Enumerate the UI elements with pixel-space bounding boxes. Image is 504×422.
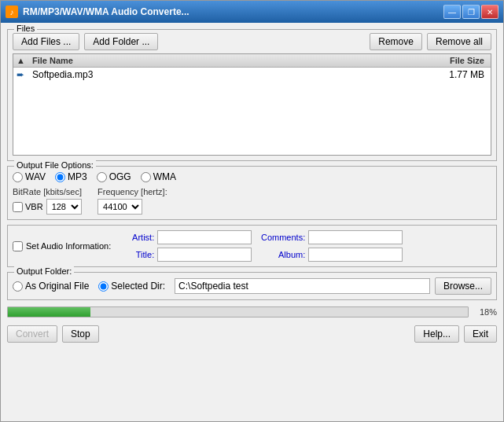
artist-label: Artist: [119, 233, 154, 242]
output-folder-section: Output Folder: As Original File Selected… [7, 272, 497, 300]
files-toolbar: Add Files ... Add Folder ... Remove Remo… [13, 33, 491, 50]
output-options-label: Output File Options: [14, 160, 96, 170]
window-title: RM/MP3/WAV/WMA Audio Converte... [23, 6, 189, 17]
audio-info-section: Set Audio Information: Artist: Title: Co… [7, 225, 497, 267]
format-mp3[interactable]: MP3 [55, 171, 87, 182]
ogg-radio[interactable] [97, 172, 107, 182]
close-button[interactable]: ✕ [481, 5, 498, 19]
comments-field-row: Comments: [258, 230, 403, 244]
app-icon: ♪ [6, 6, 18, 18]
convert-button[interactable]: Convert [7, 325, 57, 343]
wma-radio[interactable] [141, 172, 151, 182]
set-audio-info-label[interactable]: Set Audio Information: [13, 241, 111, 251]
bitrate-select[interactable]: 64 96 128 160 192 256 320 [46, 199, 82, 215]
stop-button[interactable]: Stop [62, 325, 99, 343]
album-label: Album: [258, 250, 305, 259]
file-list-header: ▲ File Name File Size [13, 54, 491, 68]
remove-all-button[interactable]: Remove all [427, 33, 491, 50]
comments-label: Comments: [258, 233, 305, 242]
exit-button[interactable]: Exit [464, 325, 497, 343]
format-radio-group: WAV MP3 OGG WMA [13, 171, 491, 182]
title-field-row: Title: [119, 248, 252, 262]
minimize-button[interactable]: — [443, 5, 461, 19]
set-audio-info-checkbox[interactable] [13, 241, 23, 251]
comments-input[interactable] [308, 230, 403, 244]
format-wav[interactable]: WAV [13, 171, 46, 182]
progress-percent: 18% [473, 307, 497, 317]
bitrate-group: BitRate [kbits/sec] VBR 64 96 128 160 19… [13, 187, 82, 215]
help-button[interactable]: Help... [414, 325, 459, 343]
output-options-section: Output File Options: WAV MP3 OGG WMA Bit… [7, 166, 497, 220]
frequency-label: Frequency [hertz]: [97, 187, 167, 196]
remove-button[interactable]: Remove [370, 33, 422, 50]
selected-dir-radio-label[interactable]: Selected Dir: [98, 281, 165, 292]
vbr-checkbox[interactable] [13, 202, 23, 212]
bitrate-label: BitRate [kbits/sec] [13, 187, 82, 196]
files-section: Files Add Files ... Add Folder ... Remov… [7, 29, 497, 161]
vbr-checkbox-label[interactable]: VBR [13, 202, 43, 212]
artist-input[interactable] [157, 230, 252, 244]
frequency-group: Frequency [hertz]: 22050 44100 48000 [97, 187, 167, 215]
as-original-radio[interactable] [13, 281, 23, 292]
main-content: Files Add Files ... Add Folder ... Remov… [1, 23, 503, 421]
album-field-row: Album: [258, 248, 403, 262]
progress-bar-background [7, 306, 469, 317]
artist-field-row: Artist: [119, 230, 252, 244]
as-original-radio-label[interactable]: As Original File [13, 281, 89, 292]
progress-bar-fill [8, 307, 90, 317]
col-filesize-header: File Size [425, 56, 487, 65]
row-filesize: 1.77 MB [425, 69, 487, 80]
add-folder-button[interactable]: Add Folder ... [84, 33, 158, 50]
bottom-toolbar: Convert Stop Help... Exit [7, 324, 497, 344]
wav-radio[interactable] [13, 172, 23, 182]
window-controls: — ❐ ✕ [443, 5, 498, 19]
format-ogg[interactable]: OGG [97, 171, 131, 182]
restore-button[interactable]: ❐ [462, 5, 480, 19]
selected-dir-radio[interactable] [98, 281, 109, 292]
title-input[interactable] [157, 248, 252, 262]
frequency-select[interactable]: 22050 44100 48000 [97, 199, 142, 215]
album-input[interactable] [308, 248, 403, 262]
add-files-button[interactable]: Add Files ... [13, 33, 79, 50]
output-folder-label: Output Folder: [14, 266, 74, 276]
title-bar: ♪ RM/MP3/WAV/WMA Audio Converte... — ❐ ✕ [1, 1, 503, 23]
files-group-label: Files [14, 24, 37, 33]
file-list[interactable]: ▲ File Name File Size ➨ Softpedia.mp3 1.… [13, 53, 491, 156]
title-label: Title: [119, 250, 154, 259]
row-arrow-icon: ➨ [17, 69, 32, 80]
mp3-radio[interactable] [55, 172, 65, 182]
col-filename-header: File Name [32, 56, 425, 65]
format-wma[interactable]: WMA [141, 171, 176, 182]
browse-button[interactable]: Browse... [435, 277, 491, 295]
main-window: ♪ RM/MP3/WAV/WMA Audio Converte... — ❐ ✕… [0, 0, 504, 422]
row-filename: Softpedia.mp3 [32, 69, 425, 80]
table-row[interactable]: ➨ Softpedia.mp3 1.77 MB [13, 68, 491, 82]
output-path-input[interactable] [175, 278, 430, 294]
progress-row: 18% [7, 305, 497, 319]
